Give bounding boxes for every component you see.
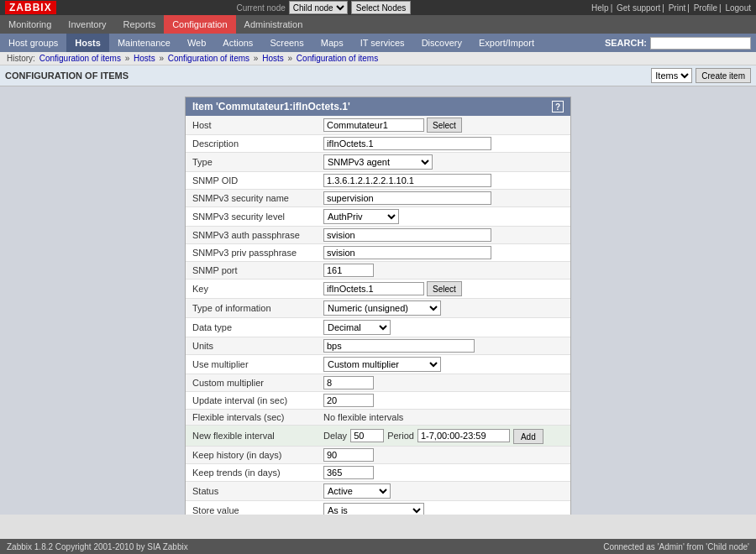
form-table: Host Select Description Type SNMPv3 agen…: [186, 116, 570, 515]
get-support-link[interactable]: Get support: [617, 3, 660, 13]
items-dropdown[interactable]: Items: [651, 68, 692, 83]
table-row: Keep history (in days): [186, 447, 570, 464]
nav-reports[interactable]: Reports: [115, 15, 165, 34]
nav-administration[interactable]: Administration: [236, 15, 312, 34]
field-label-host: Host: [186, 116, 320, 135]
field-label-snmp-port: SNMP port: [186, 262, 320, 280]
profile-link[interactable]: Profile: [694, 3, 717, 13]
field-value-flexible-intervals: No flexible intervals: [320, 410, 570, 426]
field-value-snmpv3-security-name: [320, 190, 570, 207]
field-value-keep-history: [320, 447, 570, 464]
snmpv3-auth-input[interactable]: [323, 228, 491, 242]
field-label-description: Description: [186, 135, 320, 153]
subnav-screens[interactable]: Screens: [261, 34, 312, 52]
subnav-it-services[interactable]: IT services: [352, 34, 413, 52]
form-title: Item 'Commutateur1:ifInOctets.1': [192, 101, 350, 112]
breadcrumb-link-4[interactable]: Hosts: [262, 54, 284, 63]
field-value-snmpv3-auth: [320, 227, 570, 244]
field-label-status: Status: [186, 482, 320, 501]
help-link[interactable]: Help: [591, 3, 609, 13]
field-label-keep-history: Keep history (in days): [186, 447, 320, 464]
subnav-maintenance[interactable]: Maintenance: [109, 34, 179, 52]
table-row: Key Select: [186, 280, 570, 299]
field-label-snmp-oid: SNMP OID: [186, 172, 320, 190]
create-item-button[interactable]: Create item: [696, 68, 751, 83]
subnav-export-import[interactable]: Export/Import: [470, 34, 543, 52]
subnav-hosts[interactable]: Hosts: [66, 34, 109, 52]
search-input[interactable]: [650, 37, 751, 50]
breadcrumb-link-3[interactable]: Configuration of items: [168, 54, 249, 63]
footer: Zabbix 1.8.2 Copyright 2001-2010 by SIA …: [0, 539, 756, 554]
field-label-snmpv3-security-name: SNMPv3 security name: [186, 190, 320, 207]
subnav-web[interactable]: Web: [179, 34, 214, 52]
node-area: Current node Child node Select Nodes: [236, 1, 411, 14]
field-value-custom-multiplier: [320, 374, 570, 392]
flexible-interval-row: Delay Period Add: [323, 427, 567, 444]
breadcrumb-link-2[interactable]: Hosts: [134, 54, 155, 63]
field-value-type-of-info: Numeric (unsigned): [320, 299, 570, 318]
type-select[interactable]: SNMPv3 agent: [323, 154, 433, 170]
subnav-maps[interactable]: Maps: [312, 34, 352, 52]
item-form: Item 'Commutateur1:ifInOctets.1' ? Host …: [185, 97, 571, 515]
update-interval-input[interactable]: [323, 394, 374, 407]
store-value-select[interactable]: As is: [323, 503, 424, 515]
use-multiplier-select[interactable]: Custom multiplier: [323, 357, 441, 372]
field-value-key: Select: [320, 280, 570, 299]
keep-trends-input[interactable]: [323, 466, 374, 479]
field-label-key: Key: [186, 280, 320, 299]
field-value-status: Active: [320, 482, 570, 501]
field-label-snmpv3-security-level: SNMPv3 security level: [186, 207, 320, 227]
snmp-port-input[interactable]: [323, 264, 374, 277]
table-row: Update interval (in sec): [186, 392, 570, 410]
field-label-use-multiplier: Use multiplier: [186, 355, 320, 374]
table-row: SNMP OID: [186, 172, 570, 190]
field-value-snmpv3-priv: [320, 244, 570, 262]
subnav-actions[interactable]: Actions: [214, 34, 261, 52]
help-icon[interactable]: ?: [552, 101, 564, 112]
description-input[interactable]: [323, 137, 491, 150]
table-row: SNMPv3 security name: [186, 190, 570, 207]
period-input[interactable]: [417, 429, 510, 442]
breadcrumb-link-5[interactable]: Configuration of items: [297, 54, 378, 63]
host-select-button[interactable]: Select: [427, 118, 462, 133]
host-input[interactable]: [323, 118, 424, 132]
breadcrumb-link-1[interactable]: Configuration of items: [39, 54, 121, 63]
units-input[interactable]: [323, 339, 475, 353]
period-label: Period: [387, 431, 414, 441]
nav-configuration[interactable]: Configuration: [164, 15, 235, 34]
table-row: Type SNMPv3 agent: [186, 153, 570, 172]
field-label-data-type: Data type: [186, 318, 320, 337]
content: Item 'Commutateur1:ifInOctets.1' ? Host …: [0, 86, 756, 515]
logout-link[interactable]: Logout: [725, 3, 751, 13]
page-title: CONFIGURATION OF ITEMS: [5, 71, 129, 81]
key-select-button[interactable]: Select: [427, 281, 462, 296]
table-row: Use multiplier Custom multiplier: [186, 355, 570, 374]
snmpv3-security-name-input[interactable]: [323, 191, 491, 205]
snmpv3-priv-input[interactable]: [323, 246, 491, 259]
flexible-intervals-value: No flexible intervals: [323, 412, 403, 422]
custom-multiplier-input[interactable]: [323, 376, 374, 389]
node-select[interactable]: Child node: [289, 1, 348, 14]
field-value-description: [320, 135, 570, 153]
subnav-host-groups[interactable]: Host groups: [0, 34, 66, 52]
key-input[interactable]: [323, 282, 424, 295]
table-row: New flexible interval Delay Period Add: [186, 426, 570, 447]
subnav-discovery[interactable]: Discovery: [413, 34, 470, 52]
print-link[interactable]: Print: [669, 3, 686, 13]
nav-inventory[interactable]: Inventory: [60, 15, 114, 34]
field-value-store-value: As is: [320, 501, 570, 515]
field-label-units: Units: [186, 337, 320, 355]
status-select[interactable]: Active: [323, 483, 391, 499]
snmp-oid-input[interactable]: [323, 174, 491, 187]
type-of-info-select[interactable]: Numeric (unsigned): [323, 301, 441, 316]
select-nodes-button[interactable]: Select Nodes: [351, 1, 411, 14]
nav-monitoring[interactable]: Monitoring: [0, 15, 60, 34]
delay-input[interactable]: [350, 429, 384, 442]
field-label-type: Type: [186, 153, 320, 172]
keep-history-input[interactable]: [323, 448, 374, 462]
logo: ZABBIX: [5, 1, 56, 14]
snmpv3-security-level-select[interactable]: AuthPriv: [323, 209, 399, 224]
data-type-select[interactable]: Decimal: [323, 320, 391, 335]
table-row: Flexible intervals (sec) No flexible int…: [186, 410, 570, 426]
add-flexible-button[interactable]: Add: [513, 429, 543, 444]
